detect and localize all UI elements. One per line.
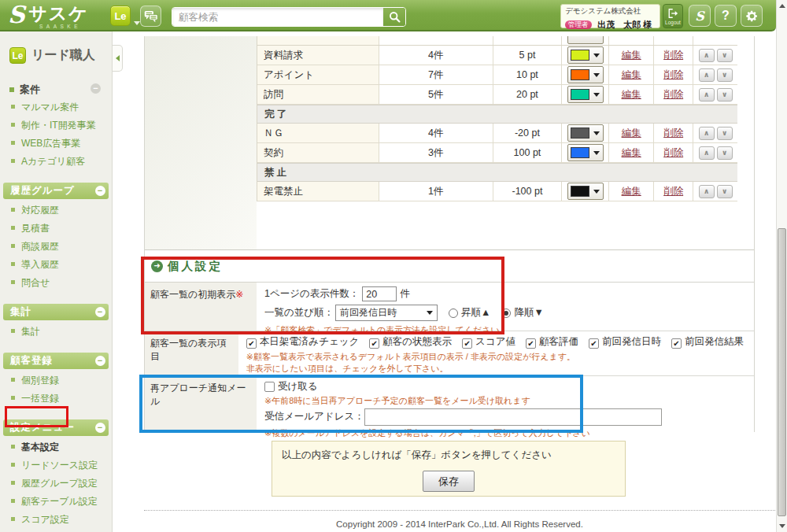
display-item-checkbox[interactable]: ✔ — [589, 338, 599, 349]
display-item-checkbox[interactable]: ✔ — [671, 338, 682, 349]
color-select[interactable] — [567, 86, 604, 103]
sort-desc-radio[interactable] — [501, 308, 511, 318]
color-select[interactable] — [567, 144, 604, 161]
display-item-checkbox[interactable]: ✔ — [246, 338, 257, 349]
user-name: 出茂 太郎 様 — [597, 20, 652, 29]
save-button[interactable]: 保存 — [423, 471, 475, 492]
move-down-button[interactable]: ∨ — [717, 49, 733, 62]
display-item-checkbox[interactable]: ✔ — [462, 338, 472, 349]
sidebar-group-settings[interactable]: 設定メニュー — [3, 419, 109, 436]
delete-link[interactable]: 削除 — [663, 127, 683, 140]
delete-link[interactable]: 削除 — [663, 49, 683, 62]
table-row: 資料請求 4件 5 pt 編集 削除 ∧ ∨ — [257, 46, 737, 65]
sidebar-item[interactable]: スコア設定 — [0, 511, 112, 529]
setting-label: 再アプローチ通知メール — [145, 376, 257, 433]
search-input[interactable] — [172, 8, 383, 26]
sidebar-item[interactable]: 個別登録 — [0, 371, 112, 390]
move-down-button[interactable]: ∨ — [717, 88, 733, 102]
move-up-button[interactable]: ∧ — [699, 49, 715, 62]
chat-button[interactable] — [140, 6, 161, 27]
delete-link[interactable]: 削除 — [663, 68, 683, 82]
sidebar-group-history[interactable]: 履歴グループ — [3, 183, 109, 199]
scroll-up-icon[interactable] — [779, 4, 785, 8]
sidebar-group-anken[interactable]: 案件 — [9, 83, 104, 97]
edit-link[interactable]: 編集 — [622, 88, 641, 102]
sort-order-select[interactable]: 前回発信日時 — [335, 305, 438, 321]
saaske-home-button[interactable]: S — [689, 5, 711, 27]
receive-mail-checkbox[interactable] — [264, 382, 275, 392]
move-up-button[interactable]: ∧ — [699, 68, 715, 82]
display-item-checkbox[interactable]: ✔ — [369, 338, 379, 349]
collapse-minus-icon[interactable] — [95, 307, 105, 317]
sidebar-item[interactable]: リードソース設定 — [0, 456, 112, 475]
move-up-button[interactable]: ∧ — [699, 146, 715, 160]
move-down-button[interactable]: ∨ — [717, 185, 733, 198]
le-product-badge[interactable]: Le — [110, 6, 131, 26]
edit-link[interactable]: 編集 — [622, 68, 641, 82]
sort-asc-radio[interactable] — [449, 308, 458, 318]
color-select[interactable] — [567, 46, 604, 64]
color-swatch — [571, 147, 589, 158]
collapse-minus-icon[interactable] — [95, 356, 105, 366]
sidebar-item[interactable]: 見積書 — [0, 220, 112, 238]
help-button[interactable]: ? — [715, 5, 737, 27]
product-title: Le リード職人 — [9, 47, 112, 64]
sidebar-collapse-tab[interactable] — [113, 45, 123, 72]
move-up-button[interactable]: ∧ — [699, 88, 715, 102]
sidebar-item-basic-settings[interactable]: 基本設定 — [0, 438, 112, 456]
move-down-button[interactable]: ∨ — [717, 68, 733, 82]
sidebar-item[interactable]: 制作・IT開発事業 — [0, 116, 112, 135]
scroll-down-icon[interactable] — [779, 524, 785, 528]
color-select[interactable] — [567, 183, 604, 200]
status-name: ＮＧ — [257, 124, 379, 142]
sidebar-item[interactable]: 顧客テーブル設定 — [0, 493, 112, 511]
delete-link[interactable]: 削除 — [663, 185, 683, 198]
settings-button[interactable] — [741, 5, 763, 27]
sidebar-item[interactable]: 導入履歴 — [0, 256, 112, 274]
move-up-button[interactable]: ∧ — [699, 127, 715, 140]
delete-link[interactable]: 削除 — [663, 88, 683, 102]
color-select[interactable] — [567, 36, 604, 44]
move-up-button[interactable]: ∧ — [699, 185, 715, 198]
edit-link[interactable]: 編集 — [622, 127, 641, 140]
color-select[interactable] — [567, 124, 604, 142]
display-item-checkbox[interactable]: ✔ — [526, 338, 536, 349]
delete-link[interactable]: 削除 — [663, 146, 683, 160]
mail-address-input[interactable] — [364, 408, 662, 426]
sidebar-item[interactable]: WEB広告事業 — [0, 135, 112, 153]
sidebar-item[interactable]: 一括登録 — [0, 390, 112, 408]
sidebar-item[interactable]: 問合せ — [0, 274, 112, 292]
collapse-minus-icon[interactable] — [91, 83, 101, 94]
check-icon: ✔ — [464, 339, 470, 348]
collapse-minus-icon[interactable] — [95, 186, 105, 196]
edit-link[interactable]: 編集 — [622, 185, 641, 198]
move-down-button[interactable]: ∨ — [717, 146, 733, 160]
sidebar-item[interactable]: 集計 — [0, 323, 112, 341]
collapse-minus-icon[interactable] — [95, 423, 105, 433]
chevron-down-icon[interactable] — [134, 21, 140, 25]
sidebar-item[interactable]: マルマル案件 — [0, 98, 112, 116]
status-name: 資料請求 — [257, 46, 379, 65]
edit-link[interactable]: 編集 — [622, 146, 641, 160]
color-select[interactable] — [567, 66, 604, 83]
sidebar-item[interactable]: 履歴グループ設定 — [0, 475, 112, 493]
scrollbar-thumb[interactable] — [778, 228, 786, 516]
sidebar-item[interactable]: 対応履歴 — [0, 201, 112, 220]
dropdown-arrow-icon — [593, 131, 600, 135]
vertical-scrollbar[interactable] — [776, 0, 787, 532]
sidebar-group-aggregate[interactable]: 集計 — [3, 304, 109, 320]
search-button[interactable] — [383, 8, 405, 26]
per-page-input[interactable] — [362, 286, 397, 301]
sidebar-group-register[interactable]: 顧客登録 — [3, 353, 109, 369]
per-page-label: 1ページの表示件数： — [264, 287, 359, 301]
sidebar-item[interactable]: 定型文設定 — [0, 529, 112, 532]
sidebar-item[interactable]: Aカテゴリ顧客 — [0, 153, 112, 171]
edit-link[interactable]: 編集 — [622, 49, 641, 62]
group-label: 完了 — [257, 105, 737, 123]
sidebar-item[interactable]: 商談履歴 — [0, 238, 112, 256]
move-down-button[interactable]: ∨ — [717, 127, 733, 140]
logout-button[interactable]: Logout — [663, 4, 683, 28]
status-count: 4件 — [379, 124, 493, 142]
setting-note: 非表示にしたい項目は、チェックを外して下さい。 — [246, 363, 754, 375]
save-confirm-box: 以上の内容でよろしければ「保存」ボタンを押してください 保存 — [272, 441, 626, 497]
